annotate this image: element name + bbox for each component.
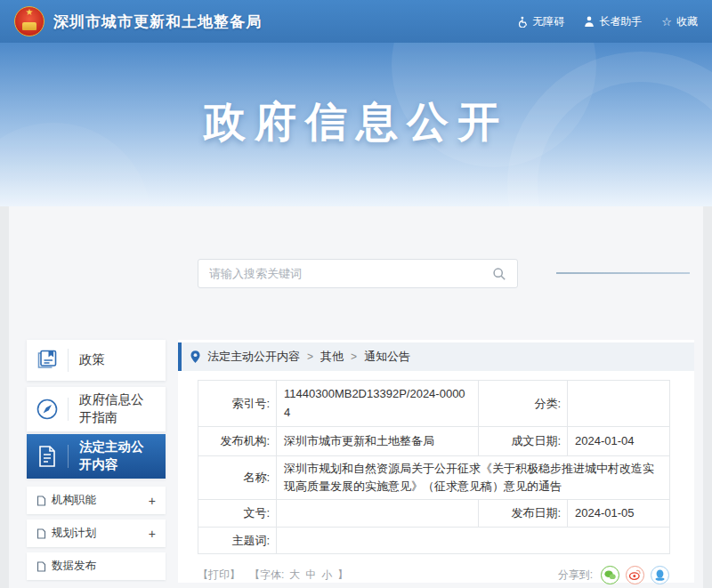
favorite-label: 收藏 [676,14,698,29]
font-size-controls: 【字体: 大 中 小 】 [249,568,348,583]
person-icon [584,16,595,27]
breadcrumb-item[interactable]: 其他 [320,349,344,365]
sidebar-item-proactive-disclosure[interactable]: 法定主动公开内容 [27,434,166,479]
sidebar-item-label: 政府信息公开指南 [69,391,154,426]
weibo-share-icon[interactable] [626,566,644,584]
table-row: 名称: 深圳市规划和自然资源局关于公开征求《关于积极稳步推进城中村改造实现高质量… [198,456,670,500]
font-size-prefix: 【字体: [249,568,284,583]
banner: 政府信息公开 [0,43,712,206]
search-input[interactable] [209,267,492,280]
breadcrumb-separator: > [307,350,313,363]
sidebar-subitem-data-release[interactable]: 数据发布 [27,552,166,580]
field-value: 2024-01-05 [568,500,670,528]
font-size-medium[interactable]: 中 [305,568,316,583]
document-icon [27,445,68,468]
expand-plus-icon[interactable]: + [149,494,156,508]
field-value [277,500,479,528]
page: 深圳市城市更新和土地整备局 无障碍 [0,0,712,588]
elder-assistant-link[interactable]: 长者助手 [584,14,642,29]
field-value: 2024-01-04 [568,427,670,456]
favorite-link[interactable]: ☆ 收藏 [661,14,698,29]
search-box [198,259,518,288]
location-pin-icon [190,350,200,363]
accessibility-link[interactable]: 无障碍 [516,14,564,29]
field-label: 发布日期: [479,500,568,528]
subitem-label: 规划计划 [52,526,96,541]
field-label: 分类: [479,381,568,427]
field-value [277,528,670,554]
field-value: 深圳市城市更新和土地整备局 [277,427,479,456]
field-value [568,381,670,427]
site-title[interactable]: 深圳市城市更新和土地整备局 [53,12,262,32]
sidebar-item-disclosure-guide[interactable]: 政府信息公开指南 [27,387,166,431]
field-label: 文号: [198,500,277,528]
table-row: 发布机构: 深圳市城市更新和土地整备局 成文日期: 2024-01-04 [198,427,670,456]
top-header: 深圳市城市更新和土地整备局 无障碍 [0,0,712,43]
font-size-suffix: 】 [337,568,348,583]
sidebar-item-policy[interactable]: 政策 [27,340,166,381]
subitem-label: 数据发布 [52,559,96,574]
qq-share-icon[interactable] [651,566,669,584]
page-icon [36,495,46,506]
sidebar-subitem-organization[interactable]: 机构职能 + [27,487,166,514]
document-info-table: 索引号: 11440300MB2D13392P/2024-00004 分类: 发… [198,380,670,554]
font-size-large[interactable]: 大 [289,568,300,583]
field-value: 11440300MB2D13392P/2024-00004 [277,381,479,427]
field-label: 主题词: [198,528,277,554]
star-icon: ☆ [661,16,672,28]
field-label: 名称: [198,456,277,500]
print-button[interactable]: 【打印】 [198,568,240,583]
share-group: 分享到: [558,566,669,584]
wheelchair-icon [516,16,528,28]
share-label: 分享到: [558,568,593,583]
breadcrumb: 法定主动公开内容 > 其他 > 通知公告 [178,342,694,371]
sidebar-item-label: 政策 [69,351,154,369]
accessibility-label: 无障碍 [532,14,564,29]
page-icon [36,561,46,572]
field-value: 深圳市规划和自然资源局关于公开征求《关于积极稳步推进城中村改造实现高质量发展的实… [277,456,670,500]
field-label: 发布机构: [198,427,277,456]
page-title: 政府信息公开 [0,94,712,150]
sidebar-item-label: 法定主动公开内容 [69,439,154,473]
table-row: 索引号: 11440300MB2D13392P/2024-00004 分类: [198,381,670,427]
compass-icon [27,397,68,422]
wechat-share-icon[interactable] [601,566,619,584]
subitem-label: 机构职能 [52,493,96,508]
header-links: 无障碍 长者助手 ☆ 收藏 [516,14,698,29]
book-icon [27,350,68,371]
font-size-small[interactable]: 小 [321,568,332,583]
breadcrumb-item[interactable]: 法定主动公开内容 [207,349,300,365]
national-emblem-icon [14,6,44,36]
breadcrumb-separator: > [351,350,357,363]
table-row: 主题词: [198,528,670,554]
breadcrumb-item[interactable]: 通知公告 [364,349,410,365]
table-row: 文号: 发布日期: 2024-01-05 [198,500,670,528]
page-icon [36,528,46,539]
search-icon[interactable] [492,267,506,281]
elder-label: 长者助手 [599,14,642,29]
decorative-divider [556,272,690,274]
sidebar-subitem-planning[interactable]: 规划计划 + [27,520,166,547]
field-label: 成文日期: [479,427,568,456]
field-label: 索引号: [198,381,277,427]
footer-toolbar: 【打印】 【字体: 大 中 小 】 分享到: [198,565,669,584]
expand-plus-icon[interactable]: + [149,527,156,541]
